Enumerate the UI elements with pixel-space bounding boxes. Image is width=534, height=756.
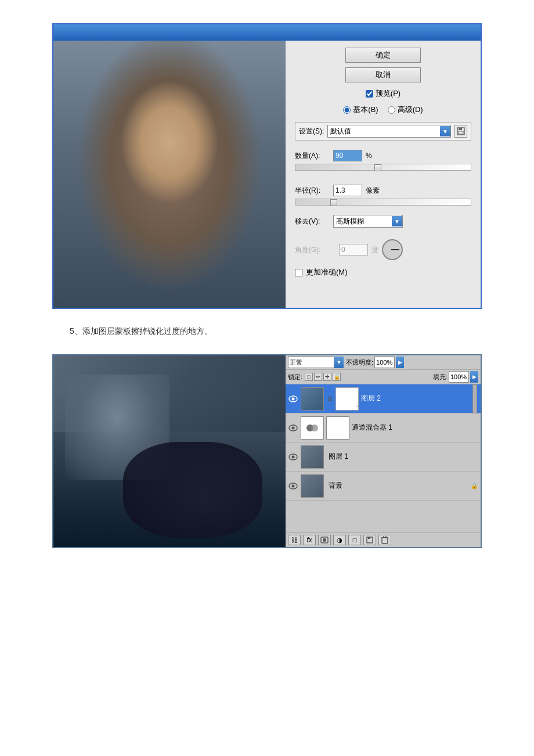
- layer2-thumb: [301, 387, 324, 411]
- svg-rect-16: [368, 537, 370, 539]
- remove-dropdown-arrow[interactable]: ▼: [392, 216, 402, 226]
- channel-mixer-mask: [326, 416, 349, 440]
- layer2-mask-thumb: *: [335, 387, 359, 411]
- amount-slider[interactable]: [295, 164, 471, 171]
- svg-rect-2: [459, 131, 463, 134]
- background-thumb: [301, 474, 324, 498]
- blend-mode-select[interactable]: 正常: [288, 357, 334, 368]
- channel-mixer-name: 通道混合器 1: [352, 423, 478, 433]
- layer-row-layer1[interactable]: 图层 1: [286, 442, 481, 471]
- layer-new-button[interactable]: [363, 535, 376, 545]
- svg-point-14: [323, 538, 326, 542]
- channel-mixer-visibility-icon[interactable]: [288, 423, 298, 433]
- preview-checkbox[interactable]: [366, 90, 373, 98]
- amount-input[interactable]: 90: [333, 150, 362, 161]
- description-text: 5、添加图层蒙板擦掉锐化过度的地方。: [70, 326, 499, 337]
- angle-row: 角度(G): 0 度: [295, 239, 471, 260]
- angle-input: 0: [339, 244, 368, 255]
- lock-icons: □ ✏ ✛ 🔒: [305, 373, 341, 381]
- amount-unit: %: [366, 152, 372, 160]
- layer-mask-button[interactable]: [318, 535, 331, 545]
- radius-input[interactable]: 1.3: [333, 185, 362, 196]
- blend-mode-container: 正常 ▼: [288, 357, 344, 368]
- fill-row: 填充: 100% ▶: [433, 371, 478, 383]
- svg-point-8: [311, 424, 318, 431]
- svg-rect-17: [382, 538, 388, 543]
- layer-fx-button[interactable]: fx: [303, 535, 316, 545]
- lock-position-icon[interactable]: ✛: [323, 373, 331, 381]
- blend-mode-arrow[interactable]: ▼: [334, 357, 344, 368]
- radius-section: 半径(R): 1.3 像素: [295, 185, 471, 210]
- radius-unit: 像素: [366, 186, 380, 196]
- svg-point-4: [292, 397, 295, 400]
- amount-slider-thumb[interactable]: [374, 164, 381, 171]
- preview-label: 预览(P): [376, 88, 400, 99]
- background-name: 背景: [329, 481, 468, 491]
- remove-value[interactable]: 高斯模糊: [334, 217, 392, 226]
- layers-panel: 正常 ▼ 不透明度: 100% ▶ 锁定: □ ✏ ✛ 🔒 填充:: [286, 355, 481, 547]
- amount-label: 数量(A):: [295, 151, 330, 161]
- fill-value[interactable]: 100%: [449, 371, 469, 383]
- settings-label: 设置(S):: [299, 127, 324, 136]
- angle-degree-unit: 度: [371, 245, 378, 255]
- layers-top-bar: 正常 ▼ 不透明度: 100% ▶: [286, 355, 481, 370]
- svg-point-6: [292, 426, 295, 429]
- opacity-row: 不透明度: 100% ▶: [346, 357, 404, 368]
- more-precise-row: 更加准确(M): [295, 267, 471, 278]
- cancel-button[interactable]: 取消: [345, 67, 421, 82]
- layer-folder-button[interactable]: □: [348, 535, 361, 545]
- more-precise-checkbox[interactable]: [295, 269, 302, 276]
- layer2-visibility-icon[interactable]: [288, 394, 298, 404]
- layer-adjustment-button[interactable]: ◑: [333, 535, 346, 545]
- confirm-button[interactable]: 确定: [345, 48, 421, 63]
- remove-label: 移去(V):: [295, 217, 330, 226]
- background-lock-icon: 🔒: [470, 482, 478, 490]
- layer1-thumb: [301, 445, 324, 469]
- angle-label: 角度(G):: [295, 245, 335, 255]
- layer-row-background[interactable]: 背景 🔒: [286, 471, 481, 501]
- advanced-radio[interactable]: [388, 106, 395, 114]
- background-visibility-icon[interactable]: [288, 481, 298, 491]
- angle-dial-indicator: [391, 249, 399, 250]
- sharpen-dialog: 确定 取消 预览(P) 基本(B) 高级(D): [52, 23, 482, 309]
- layers-spacer: [286, 501, 481, 532]
- dialog-controls: 确定 取消 预览(P) 基本(B) 高级(D): [286, 41, 481, 308]
- layer-link-button[interactable]: ⛓: [288, 535, 301, 545]
- save-settings-button[interactable]: [454, 125, 467, 138]
- angle-dial[interactable]: [382, 239, 403, 260]
- dialog-titlebar: [53, 24, 481, 41]
- mode-row: 基本(B) 高级(D): [295, 105, 471, 115]
- basic-radio[interactable]: [343, 106, 351, 114]
- layers-preview-image: [53, 355, 286, 547]
- lock-transparent-icon[interactable]: □: [305, 373, 313, 381]
- svg-point-10: [292, 455, 295, 458]
- more-precise-label: 更加准确(M): [306, 267, 348, 278]
- channel-mixer-icon: [301, 416, 324, 440]
- settings-value[interactable]: 默认值: [328, 127, 440, 136]
- opacity-arrow[interactable]: ▶: [396, 357, 404, 368]
- basic-label: 基本(B): [353, 105, 378, 115]
- fill-label: 填充:: [433, 373, 448, 381]
- lock-label: 锁定:: [288, 373, 302, 381]
- lock-all-icon[interactable]: 🔒: [333, 373, 341, 381]
- fill-arrow[interactable]: ▶: [470, 371, 478, 383]
- layer1-name: 图层 1: [329, 452, 478, 462]
- amount-section: 数量(A): 90 %: [295, 150, 471, 175]
- layer-delete-button[interactable]: [378, 535, 391, 545]
- layer-row-layer2[interactable]: ⛓ * 图层 2: [286, 384, 481, 413]
- radius-slider[interactable]: [295, 199, 471, 206]
- fill-text: 100%: [450, 373, 467, 380]
- opacity-value[interactable]: 100%: [374, 357, 395, 368]
- settings-row: 设置(S): 默认值 ▼: [295, 122, 471, 141]
- opacity-text: 100%: [376, 359, 392, 366]
- layer2-name: 图层 2: [361, 394, 470, 404]
- layer2-scroll-indicator: [472, 384, 478, 413]
- settings-dropdown-arrow[interactable]: ▼: [440, 126, 450, 136]
- lock-pixels-icon[interactable]: ✏: [314, 373, 322, 381]
- layer-row-channel-mixer[interactable]: 通道混合器 1: [286, 413, 481, 442]
- svg-rect-1: [459, 128, 462, 130]
- advanced-label: 高级(D): [398, 105, 423, 115]
- radius-slider-thumb[interactable]: [330, 199, 337, 206]
- layers-lock-bar: 锁定: □ ✏ ✛ 🔒 填充: 100% ▶: [286, 370, 481, 384]
- layer1-visibility-icon[interactable]: [288, 452, 298, 462]
